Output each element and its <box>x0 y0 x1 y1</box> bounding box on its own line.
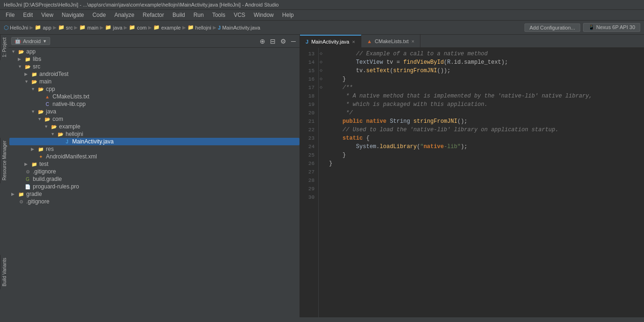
gutter-mark: ◇ <box>320 75 324 83</box>
sidebar: 1: Project Resource Manager Build Varian… <box>0 35 300 317</box>
folder-icon: 📁 <box>24 56 31 62</box>
folder-icon: 📂 <box>18 48 24 55</box>
line-number: 15 <box>302 67 315 75</box>
menu-item-tools[interactable]: Tools <box>209 11 229 19</box>
code-line: tv.setText(stringFromJNI()); <box>329 67 640 75</box>
code-line: } <box>329 159 640 168</box>
tree-item-java[interactable]: ▼📂java <box>9 108 300 115</box>
tree-item-app[interactable]: ▼📂app <box>9 48 300 55</box>
tree-item-libs[interactable]: ▶📁libs <box>9 55 300 63</box>
tree-item-test[interactable]: ▶📁test <box>9 160 300 168</box>
expand-arrow: ▼ <box>44 124 50 129</box>
resource-manager-label[interactable]: Resource Manager <box>0 138 8 183</box>
editor-tab-MainActivity-java[interactable]: JMainActivity.java× <box>300 35 361 47</box>
tree-item-cpp[interactable]: ▼📂cpp <box>9 85 300 93</box>
code-line: * which is packaged with this applicatio… <box>329 100 640 109</box>
settings-icon[interactable]: ⚙ <box>279 37 287 45</box>
line-number: 30 <box>302 193 315 202</box>
tab-close-button[interactable]: × <box>352 39 355 45</box>
tab-label: CMakeLists.txt <box>375 38 409 44</box>
tree-item-androidTest[interactable]: ▶📁androidTest <box>9 70 300 78</box>
tree-item-label: .gitignore <box>26 198 49 205</box>
code-content[interactable]: // Example of a call to a native method … <box>325 48 644 317</box>
build-variants-label[interactable]: Build Variants <box>0 255 8 289</box>
menu-item-vcs[interactable]: VCS <box>230 11 249 19</box>
menu-item-run[interactable]: Run <box>190 11 208 19</box>
gutter-mark: ◇ <box>320 67 324 75</box>
code-line: static { <box>329 134 640 142</box>
line-number: 19 <box>302 100 315 109</box>
tree-item-label: .gitignore <box>33 168 56 175</box>
nexus-device-button[interactable]: 📱 Nexus 6P API 30 <box>583 23 640 32</box>
code-line: */ <box>329 109 640 117</box>
line-number: 16 <box>302 75 315 83</box>
tree-item--gitignore[interactable]: ⚙.gitignore <box>9 168 300 175</box>
tree-item-CMakeLists-txt[interactable]: ▲CMakeLists.txt <box>9 93 300 100</box>
line-number: 17 <box>302 83 315 92</box>
tree-item-MainActivity-java[interactable]: JMainActivity.java <box>9 138 300 145</box>
title-bar: HelloJni [D:\ASProjects\HelloJni] - ...\… <box>0 0 644 10</box>
tree-item--gitignore[interactable]: ⚙.gitignore <box>9 198 300 205</box>
cmake-file-icon: ▲ <box>44 93 51 100</box>
minimize-icon[interactable]: ─ <box>290 37 297 45</box>
menu-item-code[interactable]: Code <box>89 11 110 19</box>
tree-item-label: hellojni <box>66 131 83 137</box>
menu-item-edit[interactable]: Edit <box>19 11 37 19</box>
tree-item-res[interactable]: ▶📁res <box>9 145 300 153</box>
menu-item-refactor[interactable]: Refactor <box>139 11 168 19</box>
menu-item-file[interactable]: File <box>2 11 18 19</box>
folder-icon: 📁 <box>31 71 37 77</box>
tree-item-gradle[interactable]: ▶📁gradle <box>9 190 300 198</box>
project-panel-label[interactable]: 1: Project <box>0 35 8 60</box>
android-view-selector[interactable]: 🤖 Android ▼ <box>11 37 50 45</box>
tree-item-label: com <box>52 116 63 122</box>
line-number: 23 <box>302 134 315 142</box>
breadcrumb-app: app <box>43 25 51 30</box>
code-area[interactable]: 131415161718192021222324252627282930 ◇◇◇… <box>300 48 644 317</box>
locate-icon[interactable]: ⊕ <box>259 37 266 45</box>
line-number: 14 <box>302 58 315 67</box>
tree-item-build-gradle[interactable]: Gbuild.gradle <box>9 175 300 183</box>
menu-item-window[interactable]: Window <box>250 11 277 19</box>
expand-arrow: ▶ <box>24 162 30 166</box>
nexus-label: Nexus 6P API 30 <box>596 24 635 30</box>
tree-item-AndroidManifest-xml[interactable]: ✦AndroidManifest.xml <box>9 153 300 160</box>
android-label: Android <box>23 38 41 44</box>
menu-item-navigate[interactable]: Navigate <box>58 11 88 19</box>
tree-item-main[interactable]: ▼📂main <box>9 78 300 85</box>
add-configuration-button[interactable]: Add Configuration... <box>524 23 580 32</box>
editor-tab-CMakeLists-txt[interactable]: ▲CMakeLists.txt× <box>361 35 420 47</box>
expand-arrow: ▶ <box>18 57 23 61</box>
tree-item-com[interactable]: ▼📂com <box>9 115 300 123</box>
hellojni-folder-icon: 📁 <box>187 24 194 30</box>
tree-item-src[interactable]: ▼📂src <box>9 63 300 70</box>
gutter: ◇◇◇◇◇ <box>319 48 325 317</box>
expand-arrow: ▶ <box>24 72 30 76</box>
menu-item-help[interactable]: Help <box>278 11 298 19</box>
collapse-icon[interactable]: ⊟ <box>269 37 277 45</box>
java-folder-icon: 📁 <box>105 24 112 30</box>
code-line: // Example of a call to a native method <box>329 50 640 58</box>
breadcrumb-main: main <box>87 25 98 30</box>
breadcrumb-src: src <box>66 25 73 30</box>
android-icon: 🤖 <box>15 38 21 44</box>
tree-item-example[interactable]: ▼📂example <box>9 123 300 130</box>
toolbar-right: Add Configuration... 📱 Nexus 6P API 30 <box>524 23 640 32</box>
menu-item-analyze[interactable]: Analyze <box>111 11 138 19</box>
tree-item-label: proguard-rules.pro <box>33 183 79 190</box>
expand-arrow: ▼ <box>31 109 37 114</box>
tree-item-native-lib-cpp[interactable]: Cnative-lib.cpp <box>9 100 300 108</box>
tree-item-label: cpp <box>46 86 55 92</box>
tab-close-button[interactable]: × <box>412 38 414 44</box>
tree-item-proguard-rules-pro[interactable]: 📄proguard-rules.pro <box>9 183 300 190</box>
line-number: 21 <box>302 117 315 126</box>
menu-item-build[interactable]: Build <box>169 11 189 19</box>
tree-item-label: src <box>33 63 40 70</box>
tree-item-hellojni[interactable]: ▼📂hellojni <box>9 130 300 138</box>
menu-item-view[interactable]: View <box>37 11 57 19</box>
line-numbers: 131415161718192021222324252627282930 <box>300 48 319 317</box>
tree-item-label: res <box>46 146 54 152</box>
tree-item-label: AndroidManifest.xml <box>46 153 97 160</box>
breadcrumb: ⬡ HelloJni ▶ 📁 app ▶ 📁 src ▶ 📁 main ▶ 📁 … <box>4 24 260 31</box>
breadcrumb-hellojni: HelloJni <box>10 25 28 30</box>
